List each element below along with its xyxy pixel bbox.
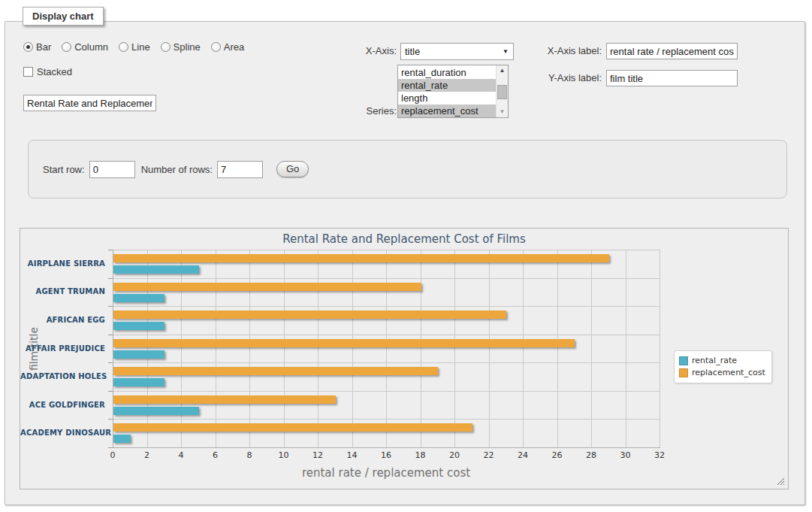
gridline	[557, 250, 558, 447]
y-axis-label-caption: Y-Axis label:	[531, 72, 602, 84]
gridline	[113, 335, 660, 335]
legend-label: rental_rate	[692, 355, 737, 367]
resize-grip-icon[interactable]	[777, 477, 784, 485]
x-tick-label: 10	[269, 450, 299, 460]
radio-label: Area	[224, 41, 244, 53]
x-tick-label: 26	[542, 450, 572, 460]
chart-title-input[interactable]	[23, 95, 156, 111]
gridline	[454, 250, 455, 447]
gridline	[626, 250, 626, 447]
gridline	[113, 419, 660, 420]
series-option-length[interactable]: length	[398, 92, 496, 105]
gridline	[249, 250, 250, 447]
category-label: AGENT TRUMAN	[20, 287, 105, 295]
chart-legend: rental_ratereplacement_cost	[674, 350, 772, 383]
x-tick-label: 24	[508, 450, 538, 460]
series-option-rental_duration[interactable]: rental_duration	[398, 66, 496, 79]
series-options: rental_durationrental_ratelengthreplacem…	[398, 66, 496, 117]
listbox-scrollbar[interactable]: ▲ ▼	[496, 65, 508, 117]
go-button[interactable]: Go	[276, 161, 309, 177]
category-label: ACE GOLDFINGER	[20, 401, 105, 409]
gridline	[421, 250, 421, 447]
radio-icon[interactable]	[23, 42, 33, 52]
display-chart-legend: Display chart	[23, 7, 104, 26]
stacked-checkbox-row[interactable]: Stacked	[23, 66, 72, 77]
category-label: ACADEMY DINOSAUR	[20, 429, 105, 437]
bar-rental_rate	[113, 407, 199, 415]
chevron-down-icon: ▼	[503, 49, 509, 55]
gridline	[113, 250, 660, 250]
x-axis-select[interactable]: title ▼	[400, 43, 514, 60]
gridline	[181, 250, 182, 447]
category-label: ADAPTATION HOLES	[20, 372, 105, 380]
chart-type-radio-bar[interactable]: Bar	[23, 41, 51, 53]
gridline	[352, 250, 353, 447]
y-axis-line	[113, 250, 113, 447]
radio-icon[interactable]	[62, 42, 71, 52]
chart-type-radio-area[interactable]: Area	[211, 41, 244, 53]
num-rows-input[interactable]	[217, 161, 263, 178]
radio-label: Bar	[36, 41, 51, 53]
scroll-up-icon[interactable]: ▲	[497, 65, 508, 76]
x-tick-label: 32	[644, 450, 675, 460]
chart-type-radio-line[interactable]: Line	[119, 41, 150, 53]
category-label: AIRPLANE SIERRA	[20, 259, 105, 268]
legend-item-replacement_cost[interactable]: replacement_cost	[679, 367, 765, 379]
start-row-label: Start row:	[43, 164, 85, 175]
series-option-rental_rate[interactable]: rental_rate	[398, 79, 496, 92]
chart-type-radio-column[interactable]: Column	[62, 41, 108, 53]
x-tick-label: 16	[371, 450, 401, 460]
bar-replacement_cost	[113, 339, 575, 347]
scrollbar-thumb[interactable]	[497, 85, 507, 99]
radio-label: Column	[74, 41, 108, 53]
x-tick-label: 2	[132, 450, 162, 460]
x-axis-line	[113, 447, 660, 448]
scroll-down-icon[interactable]: ▼	[497, 107, 508, 117]
x-axis-label-input[interactable]	[606, 43, 738, 59]
series-listbox[interactable]: rental_durationrental_ratelengthreplacem…	[397, 65, 509, 118]
bar-replacement_cost	[113, 395, 336, 404]
x-tick-label: 12	[303, 450, 333, 460]
bar-replacement_cost	[113, 254, 609, 262]
bar-rental_rate	[113, 294, 165, 302]
series-option-replacement_cost[interactable]: replacement_cost	[398, 105, 496, 117]
gridline	[216, 250, 216, 447]
x-axis-title: rental rate / replacement cost	[113, 466, 660, 480]
category-label: AFFAIR PREJUDICE	[20, 344, 105, 353]
x-axis-select-label: X-Axis:	[335, 45, 397, 57]
series-select-label: Series:	[335, 105, 397, 117]
gridline	[489, 250, 490, 447]
bar-replacement_cost	[113, 423, 472, 432]
row-range-panel: Start row: Number of rows: Go	[28, 140, 787, 198]
bar-replacement_cost	[113, 311, 506, 319]
radio-icon[interactable]	[119, 42, 128, 52]
gridline	[660, 250, 660, 447]
y-axis-label-input[interactable]	[606, 70, 738, 86]
stacked-checkbox[interactable]	[23, 67, 33, 77]
x-axis-select-value: title	[405, 46, 420, 57]
x-tick-label: 4	[166, 450, 196, 460]
chart-type-radio-spline[interactable]: Spline	[161, 41, 201, 53]
gridline	[113, 306, 660, 307]
gridline	[113, 278, 660, 279]
start-row-input[interactable]	[89, 161, 135, 178]
radio-label: Line	[131, 41, 150, 53]
x-tick-label: 18	[406, 450, 436, 460]
bar-replacement_cost	[113, 367, 438, 375]
x-tick-label: 20	[439, 450, 469, 460]
x-tick-label: 28	[576, 450, 606, 460]
radio-icon[interactable]	[211, 42, 221, 52]
chart-container: Rental Rate and Replacement Cost of Film…	[20, 228, 789, 489]
num-rows-label: Number of rows:	[141, 164, 213, 175]
radio-icon[interactable]	[161, 42, 171, 52]
gridline	[113, 391, 660, 392]
bar-replacement_cost	[113, 283, 421, 291]
bar-rental_rate	[113, 322, 165, 330]
legend-item-rental_rate[interactable]: rental_rate	[679, 355, 765, 367]
legend-swatch-icon	[679, 368, 688, 377]
bar-rental_rate	[113, 435, 131, 443]
chart-type-radio-group: BarColumnLineSplineArea	[23, 41, 244, 53]
stacked-label: Stacked	[37, 66, 72, 77]
x-tick-label: 0	[98, 450, 128, 460]
gridline	[591, 250, 592, 447]
